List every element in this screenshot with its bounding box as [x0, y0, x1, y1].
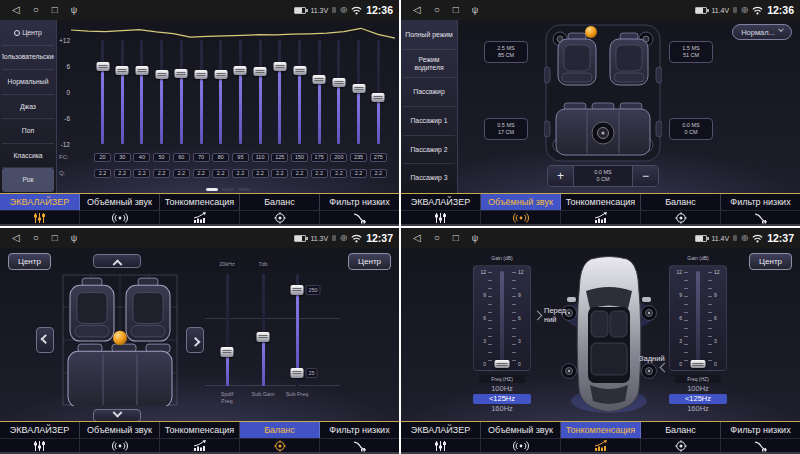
tab-equalizer[interactable]: ЭКВАЛАЙЗЕР — [401, 194, 481, 210]
equalizer-icon[interactable] — [401, 211, 481, 224]
recents-button[interactable]: □ — [52, 5, 58, 15]
loudness-icon[interactable] — [160, 211, 240, 224]
mode-4[interactable]: Пассажир 1 — [403, 107, 455, 136]
cabin-diagram[interactable] — [544, 23, 662, 163]
eq-band-70hz[interactable]: 702.2 — [192, 40, 211, 178]
loudness-icon[interactable] — [561, 439, 641, 452]
tab-balance[interactable]: Баланс — [240, 194, 320, 210]
listening-position-marker[interactable] — [585, 26, 597, 38]
surround-icon[interactable] — [80, 439, 160, 452]
slider-handle[interactable]: 25 — [291, 368, 304, 378]
eq-band-125hz[interactable]: 1252.2 — [270, 40, 289, 178]
tab-lowpass[interactable]: Фильтр низких — [721, 194, 800, 210]
center-button[interactable]: Центр — [749, 253, 792, 270]
eq-band-40hz[interactable]: 402.2 — [132, 40, 151, 178]
mode-5[interactable]: Пассажир 2 — [403, 136, 455, 165]
gain-slider[interactable]: 129630 129630 — [473, 265, 531, 371]
freq-option-160Hz[interactable]: 160Hz — [669, 404, 727, 414]
eq-slider-handle[interactable] — [313, 75, 326, 84]
home-button[interactable]: ○ — [33, 233, 39, 243]
back-button[interactable]: ◁ — [413, 5, 421, 15]
spdif-freq-slider[interactable]: 20kHzSpdif Freq — [209, 260, 245, 405]
mode-6[interactable]: Пассажир 3 — [403, 164, 455, 192]
eq-slider-handle[interactable] — [293, 66, 306, 75]
tab-surround[interactable]: Объёмный звук — [80, 194, 160, 210]
recents-button[interactable]: □ — [453, 5, 459, 15]
tab-lowpass[interactable]: Фильтр низких — [721, 422, 800, 438]
eq-band-150hz[interactable]: 1502.2 — [290, 40, 309, 178]
eq-band-60hz[interactable]: 602.2 — [172, 40, 191, 178]
freq-option-160Hz[interactable]: 160Hz — [473, 404, 531, 414]
eq-band-80hz[interactable]: 802.2 — [211, 40, 230, 178]
tab-balance[interactable]: Баланс — [641, 422, 721, 438]
equalizer-icon[interactable] — [401, 439, 481, 452]
page-dot[interactable] — [222, 188, 234, 191]
eq-band-20hz[interactable]: 202.2 — [93, 40, 112, 178]
eq-band-50hz[interactable]: 502.2 — [152, 40, 171, 178]
tab-surround[interactable]: Объёмный звук — [80, 422, 160, 438]
slider-handle[interactable] — [257, 332, 270, 342]
back-button[interactable]: ◁ — [413, 233, 421, 243]
surround-icon[interactable] — [481, 211, 561, 224]
tab-lowpass[interactable]: Фильтр низких — [320, 194, 399, 210]
eq-slider-handle[interactable] — [96, 62, 109, 71]
gain-handle[interactable] — [691, 360, 706, 368]
balance-icon[interactable] — [641, 211, 721, 224]
gain-slider[interactable]: 129630 129630 — [669, 265, 727, 371]
preset-2[interactable]: Пользовательские — [2, 46, 54, 71]
tab-balance[interactable]: Баланс — [240, 422, 320, 438]
slider-handle[interactable]: 250 — [291, 285, 304, 295]
delay-minus-button[interactable]: − — [632, 166, 658, 186]
mode-3[interactable]: Пассажир — [403, 78, 455, 107]
home-button[interactable]: ○ — [33, 5, 39, 15]
preset-1[interactable]: Центр — [2, 21, 54, 46]
page-dot[interactable] — [206, 188, 218, 191]
eq-slider-handle[interactable] — [155, 70, 168, 79]
balance-icon[interactable] — [641, 439, 721, 452]
eq-band-275hz[interactable]: 2752.2 — [369, 40, 388, 178]
surround-icon[interactable] — [80, 211, 160, 224]
surround-icon[interactable] — [481, 439, 561, 452]
eq-slider-handle[interactable] — [214, 70, 227, 79]
preset-3[interactable]: Нормальный — [2, 70, 54, 95]
back-button[interactable]: ◁ — [12, 5, 20, 15]
preset-7[interactable]: Рок — [2, 168, 54, 192]
eq-band-95hz[interactable]: 952.2 — [231, 40, 250, 178]
eq-slider-handle[interactable] — [135, 66, 148, 75]
eq-slider-handle[interactable] — [273, 62, 286, 71]
eq-slider-handle[interactable] — [352, 84, 365, 93]
mode-2[interactable]: Режим водителя — [403, 50, 455, 79]
eq-slider-handle[interactable] — [234, 66, 247, 75]
eq-slider-handle[interactable] — [254, 67, 267, 76]
mode-1[interactable]: Полный режим — [403, 21, 455, 50]
back-button[interactable]: ◁ — [12, 233, 20, 243]
tab-balance[interactable]: Баланс — [641, 194, 721, 210]
balance-icon[interactable] — [240, 439, 320, 452]
tab-equalizer[interactable]: ЭКВАЛАЙЗЕР — [401, 422, 481, 438]
tab-loudness[interactable]: Тонкомпенсация — [561, 194, 641, 210]
eq-band-235hz[interactable]: 2352.2 — [349, 40, 368, 178]
tab-loudness[interactable]: Тонкомпенсация — [160, 194, 240, 210]
loudness-icon[interactable] — [561, 211, 641, 224]
lowpass-icon[interactable] — [721, 439, 800, 452]
equalizer-icon[interactable] — [0, 211, 80, 224]
center-left-button[interactable]: Центр — [8, 253, 51, 270]
preset-6[interactable]: Классика — [2, 144, 54, 169]
slider-handle[interactable] — [221, 347, 234, 357]
tab-surround[interactable]: Объёмный звук — [481, 194, 561, 210]
home-button[interactable]: ○ — [434, 233, 440, 243]
sub-gain-slider[interactable]: 7dbSub Gain — [245, 260, 281, 398]
eq-band-175hz[interactable]: 1752.2 — [310, 40, 329, 178]
delay-plus-button[interactable]: + — [548, 166, 574, 186]
freq-option-100Hz[interactable]: 100Hz — [473, 384, 531, 394]
preset-4[interactable]: Джаз — [2, 95, 54, 120]
tab-loudness[interactable]: Тонкомпенсация — [160, 422, 240, 438]
eq-band-200hz[interactable]: 2002.2 — [329, 40, 348, 178]
eq-slider-handle[interactable] — [175, 69, 188, 78]
equalizer-icon[interactable] — [0, 439, 80, 452]
loudness-icon[interactable] — [160, 439, 240, 452]
lowpass-icon[interactable] — [320, 211, 399, 224]
home-button[interactable]: ○ — [434, 5, 440, 15]
gain-handle[interactable] — [495, 360, 510, 368]
eq-band-110hz[interactable]: 1102.2 — [251, 40, 270, 178]
